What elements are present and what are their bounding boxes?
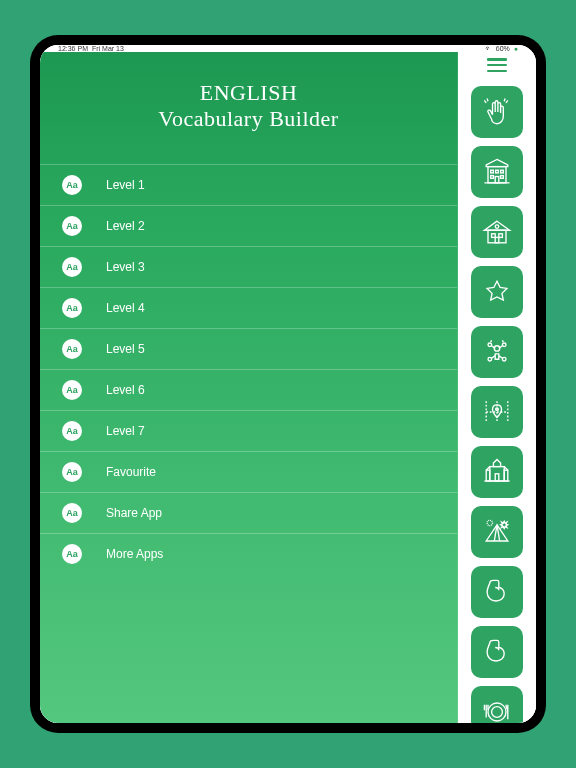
menu-item-level2[interactable]: AaLevel 2 bbox=[40, 205, 457, 246]
menu-item-level1[interactable]: AaLevel 1 bbox=[40, 164, 457, 205]
svg-rect-0 bbox=[488, 167, 506, 183]
menu-label: Share App bbox=[106, 506, 162, 520]
svg-rect-3 bbox=[501, 170, 504, 173]
status-bar: 12:36 PM Fri Mar 13 ᯤ 60% ● bbox=[40, 45, 536, 52]
menu-label: Level 2 bbox=[106, 219, 145, 233]
people-icon bbox=[479, 334, 515, 370]
screen: 12:36 PM Fri Mar 13 ᯤ 60% ● ENGLISH Voca… bbox=[40, 45, 536, 723]
aa-icon: Aa bbox=[62, 380, 82, 400]
tile-wave-hand[interactable] bbox=[471, 86, 523, 138]
tile-map[interactable] bbox=[471, 386, 523, 438]
aa-icon: Aa bbox=[62, 257, 82, 277]
menu-item-level7[interactable]: AaLevel 7 bbox=[40, 410, 457, 451]
tile-muscle2[interactable] bbox=[471, 626, 523, 678]
hamburger-icon[interactable] bbox=[487, 58, 507, 72]
sidebar bbox=[458, 52, 536, 723]
svg-point-24 bbox=[492, 707, 503, 718]
status-time: 12:36 PM bbox=[58, 45, 88, 52]
menu-item-favourite[interactable]: AaFavourite bbox=[40, 451, 457, 492]
aa-icon: Aa bbox=[62, 175, 82, 195]
svg-rect-19 bbox=[486, 470, 490, 481]
svg-point-14 bbox=[502, 343, 506, 347]
tile-star[interactable] bbox=[471, 266, 523, 318]
svg-rect-21 bbox=[495, 474, 499, 481]
menu-label: Level 5 bbox=[106, 342, 145, 356]
house-icon bbox=[479, 214, 515, 250]
svg-rect-1 bbox=[491, 170, 494, 173]
svg-point-13 bbox=[488, 343, 492, 347]
svg-rect-20 bbox=[504, 470, 508, 481]
menu-item-level6[interactable]: AaLevel 6 bbox=[40, 369, 457, 410]
tile-castle[interactable] bbox=[471, 446, 523, 498]
svg-point-15 bbox=[488, 357, 492, 361]
battery-text: 60% bbox=[496, 45, 510, 52]
camping-icon bbox=[479, 514, 515, 550]
star-icon bbox=[479, 274, 515, 310]
tile-house[interactable] bbox=[471, 206, 523, 258]
menu-item-level3[interactable]: AaLevel 3 bbox=[40, 246, 457, 287]
aa-icon: Aa bbox=[62, 339, 82, 359]
castle-icon bbox=[479, 454, 515, 490]
aa-icon: Aa bbox=[62, 421, 82, 441]
app-header: ENGLISH Vocabulary Builder bbox=[40, 52, 457, 164]
map-icon bbox=[479, 394, 515, 430]
aa-icon: Aa bbox=[62, 462, 82, 482]
content: ENGLISH Vocabulary Builder AaLevel 1 AaL… bbox=[40, 52, 536, 723]
tile-building[interactable] bbox=[471, 146, 523, 198]
tile-muscle[interactable] bbox=[471, 566, 523, 618]
title-line1: ENGLISH bbox=[60, 80, 437, 106]
muscle-icon bbox=[479, 574, 515, 610]
svg-point-16 bbox=[502, 357, 506, 361]
menu-list: AaLevel 1 AaLevel 2 AaLevel 3 AaLevel 4 … bbox=[40, 164, 457, 723]
tile-camping[interactable] bbox=[471, 506, 523, 558]
menu-label: Level 3 bbox=[106, 260, 145, 274]
wave-hand-icon bbox=[479, 94, 515, 130]
tablet-frame: 12:36 PM Fri Mar 13 ᯤ 60% ● ENGLISH Voca… bbox=[30, 35, 546, 733]
svg-point-22 bbox=[487, 520, 492, 525]
menu-label: More Apps bbox=[106, 547, 163, 561]
menu-label: Level 4 bbox=[106, 301, 145, 315]
svg-rect-7 bbox=[488, 230, 506, 243]
svg-point-23 bbox=[488, 703, 506, 721]
svg-rect-6 bbox=[495, 177, 499, 183]
svg-rect-10 bbox=[495, 237, 499, 242]
muscle-icon bbox=[479, 634, 515, 670]
tile-people[interactable] bbox=[471, 326, 523, 378]
menu-label: Favourite bbox=[106, 465, 156, 479]
menu-item-level5[interactable]: AaLevel 5 bbox=[40, 328, 457, 369]
building-icon bbox=[479, 154, 515, 190]
status-date: Fri Mar 13 bbox=[92, 45, 124, 52]
menu-item-more[interactable]: AaMore Apps bbox=[40, 533, 457, 574]
aa-icon: Aa bbox=[62, 298, 82, 318]
plate-icon bbox=[479, 694, 515, 723]
menu-item-level4[interactable]: AaLevel 4 bbox=[40, 287, 457, 328]
menu-label: Level 6 bbox=[106, 383, 145, 397]
svg-point-11 bbox=[495, 225, 499, 229]
menu-label: Level 1 bbox=[106, 178, 145, 192]
menu-label: Level 7 bbox=[106, 424, 145, 438]
battery-icon: ● bbox=[514, 45, 518, 52]
aa-icon: Aa bbox=[62, 544, 82, 564]
main-panel: ENGLISH Vocabulary Builder AaLevel 1 AaL… bbox=[40, 52, 458, 723]
wifi-icon: ᯤ bbox=[485, 45, 492, 52]
svg-rect-5 bbox=[501, 176, 504, 179]
svg-rect-4 bbox=[491, 176, 494, 179]
title-line2: Vocabulary Builder bbox=[60, 106, 437, 132]
tile-plate[interactable] bbox=[471, 686, 523, 723]
menu-item-share[interactable]: AaShare App bbox=[40, 492, 457, 533]
aa-icon: Aa bbox=[62, 216, 82, 236]
svg-rect-2 bbox=[496, 170, 499, 173]
aa-icon: Aa bbox=[62, 503, 82, 523]
